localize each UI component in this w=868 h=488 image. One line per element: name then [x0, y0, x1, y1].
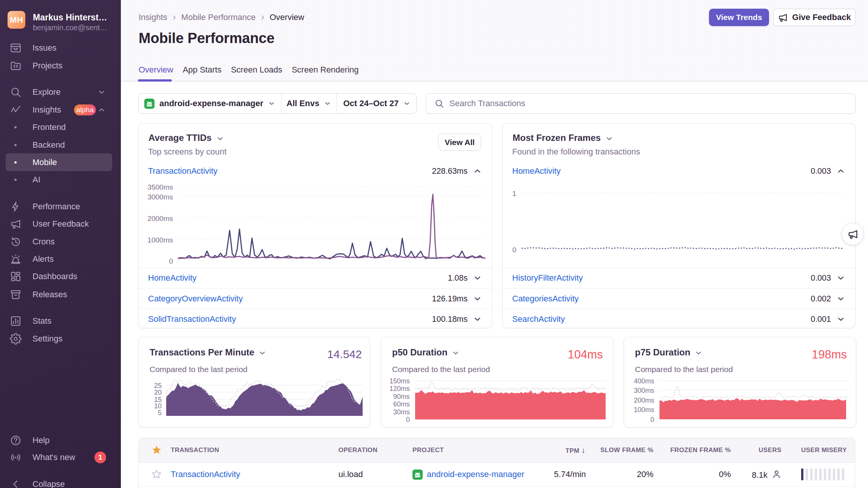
svg-text:30ms: 30ms [393, 408, 410, 416]
svg-text:20: 20 [154, 389, 162, 396]
svg-text:0: 0 [512, 246, 516, 254]
svg-text:60ms: 60ms [393, 400, 410, 408]
svg-text:150ms: 150ms [389, 377, 410, 385]
svg-text:1000ms: 1000ms [147, 236, 173, 244]
svg-text:2000ms: 2000ms [147, 215, 173, 222]
svg-text:0: 0 [650, 416, 654, 423]
svg-text:25: 25 [154, 382, 162, 389]
svg-text:100ms: 100ms [634, 406, 654, 414]
svg-text:3000ms: 3000ms [147, 193, 173, 201]
svg-text:400ms: 400ms [634, 377, 654, 385]
svg-text:120ms: 120ms [389, 385, 410, 392]
svg-text:1: 1 [512, 190, 516, 198]
svg-text:300ms: 300ms [634, 387, 654, 394]
svg-text:200ms: 200ms [634, 397, 654, 404]
svg-text:3500ms: 3500ms [147, 183, 173, 191]
svg-text:5: 5 [158, 409, 162, 417]
svg-text:0: 0 [406, 416, 410, 423]
svg-text:0: 0 [169, 257, 173, 265]
svg-text:90ms: 90ms [393, 393, 410, 400]
svg-text:10: 10 [154, 402, 162, 410]
